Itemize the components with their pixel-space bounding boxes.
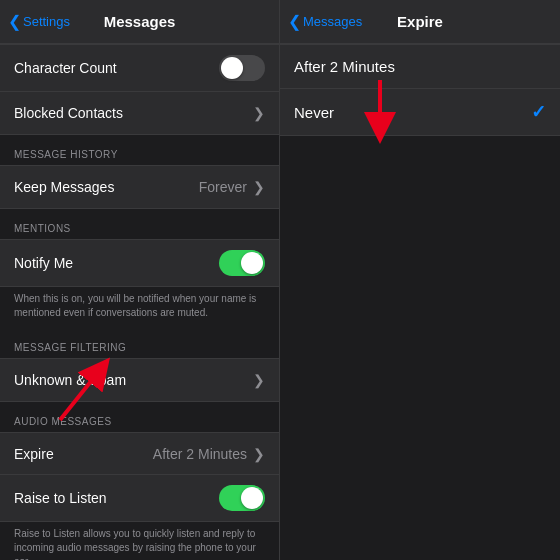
audio-section-label: AUDIO MESSAGES: [0, 402, 279, 432]
chevron-right-icon: ❯: [253, 179, 265, 195]
raise-to-listen-label: Raise to Listen: [14, 490, 107, 506]
left-nav-title: Messages: [104, 13, 176, 30]
back-chevron-icon: ❮: [288, 12, 301, 31]
toggle-knob: [241, 487, 263, 509]
blocked-contacts-item[interactable]: Blocked Contacts ❯: [0, 92, 279, 134]
checkmark-icon: ✓: [531, 101, 546, 123]
expire-value: After 2 Minutes: [153, 446, 247, 462]
notify-me-item[interactable]: Notify Me: [0, 240, 279, 286]
after-2-minutes-item[interactable]: After 2 Minutes: [280, 45, 560, 89]
character-count-label: Character Count: [14, 60, 117, 76]
right-content: After 2 Minutes Never ✓: [280, 44, 560, 560]
back-label: Settings: [23, 14, 70, 29]
character-count-item[interactable]: Character Count: [0, 45, 279, 92]
chevron-right-icon: ❯: [253, 372, 265, 388]
message-filtering-section-label: MESSAGE FILTERING: [0, 328, 279, 358]
raise-to-listen-toggle[interactable]: [219, 485, 265, 511]
character-count-toggle[interactable]: [219, 55, 265, 81]
notify-me-right: [219, 250, 265, 276]
right-panel: ❮ Messages Expire After 2 Minutes Never …: [280, 0, 560, 560]
raise-subtext: Raise to Listen allows you to quickly li…: [0, 522, 279, 560]
keep-messages-value: Forever: [199, 179, 247, 195]
after-2-minutes-label: After 2 Minutes: [294, 58, 395, 75]
unknown-spam-item[interactable]: Unknown & Spam ❯: [0, 359, 279, 401]
left-content: Character Count Blocked Contacts ❯ MESSA…: [0, 44, 279, 560]
unknown-spam-right: ❯: [253, 372, 265, 388]
messages-back-button[interactable]: ❮ Messages: [288, 12, 362, 31]
notify-me-subtext: When this is on, you will be notified wh…: [0, 287, 279, 328]
toggle-knob: [221, 57, 243, 79]
raise-to-listen-right: [219, 485, 265, 511]
chevron-right-icon: ❯: [253, 446, 265, 462]
toggle-knob: [241, 252, 263, 274]
left-nav-bar: ❮ Settings Messages: [0, 0, 279, 44]
right-nav-title: Expire: [397, 13, 443, 30]
expire-right: After 2 Minutes ❯: [153, 446, 265, 462]
chevron-right-icon: ❯: [253, 105, 265, 121]
right-nav-bar: ❮ Messages Expire: [280, 0, 560, 44]
mentions-section-label: MENTIONS: [0, 209, 279, 239]
raise-to-listen-item[interactable]: Raise to Listen: [0, 475, 279, 521]
blocked-contacts-right: ❯: [253, 105, 265, 121]
blocked-contacts-label: Blocked Contacts: [14, 105, 123, 121]
notify-me-toggle[interactable]: [219, 250, 265, 276]
message-history-section-label: MESSAGE HISTORY: [0, 135, 279, 165]
keep-messages-right: Forever ❯: [199, 179, 265, 195]
keep-messages-item[interactable]: Keep Messages Forever ❯: [0, 166, 279, 208]
never-item[interactable]: Never ✓: [280, 89, 560, 135]
back-label: Messages: [303, 14, 362, 29]
expire-item[interactable]: Expire After 2 Minutes ❯: [0, 433, 279, 475]
never-label: Never: [294, 104, 334, 121]
unknown-spam-label: Unknown & Spam: [14, 372, 126, 388]
keep-messages-label: Keep Messages: [14, 179, 114, 195]
expire-label: Expire: [14, 446, 54, 462]
settings-back-button[interactable]: ❮ Settings: [8, 12, 70, 31]
character-count-right: [219, 55, 265, 81]
notify-me-label: Notify Me: [14, 255, 73, 271]
left-panel: ❮ Settings Messages Character Count Bloc…: [0, 0, 280, 560]
back-chevron-icon: ❮: [8, 12, 21, 31]
